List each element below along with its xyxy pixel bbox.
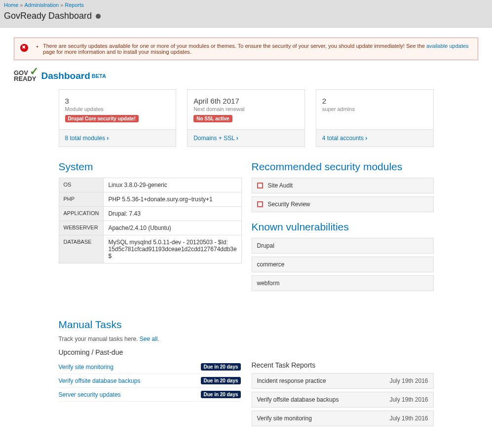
page-title: GovReady Dashboard — [0, 10, 492, 22]
security-alert: There are security updates available for… — [14, 37, 478, 60]
checkbox-icon — [257, 183, 263, 188]
brand-row: ✓ GOVREADY Dashboard BETA — [14, 70, 478, 81]
super-admins-label: super admins — [322, 106, 427, 112]
chevron-right-icon: › — [236, 135, 238, 142]
dashboard-title-link[interactable]: Dashboard — [41, 71, 90, 81]
task-link[interactable]: Server security updates — [59, 391, 121, 398]
system-row: PHPPHP 5.5.36-1+donate.sury.org~trusty+1 — [59, 192, 241, 207]
page-title-dropdown-icon[interactable] — [96, 14, 101, 19]
checkbox-icon — [257, 201, 263, 207]
no-ssl-badge: No SSL active — [193, 115, 232, 122]
drupal-core-badge: Drupal Core security update! — [65, 115, 139, 122]
super-admins-count: 2 — [322, 97, 427, 105]
report-row[interactable]: Incident response practiceJuly 19th 2016 — [252, 373, 434, 389]
task-row: Verify site monitoringDue in 20 days — [59, 360, 241, 374]
total-accounts-link[interactable]: 4 total accounts › — [322, 135, 367, 142]
task-link[interactable]: Verify offsite database backups — [59, 377, 141, 384]
task-link[interactable]: Verify site monitoring — [59, 364, 114, 371]
manual-tasks-sub: Track your manual tasks here. See all. — [59, 336, 241, 342]
breadcrumb-reports[interactable]: Reports — [65, 2, 84, 8]
mod-name: Security Review — [268, 201, 310, 208]
sys-val: MySQL mysqlnd 5.0.11-dev - 20120503 - $I… — [104, 235, 241, 263]
sys-val: Linux 3.8.0-29-generic — [104, 178, 241, 192]
manual-tasks-heading: Manual Tasks — [59, 319, 241, 331]
system-table: OSLinux 3.8.0-29-genericPHPPHP 5.5.36-1+… — [59, 178, 242, 263]
card-modules: 3 Module updates Drupal Core security up… — [59, 89, 177, 147]
beta-badge: BETA — [92, 73, 106, 79]
sys-key: OS — [59, 178, 104, 192]
breadcrumb-home[interactable]: Home — [4, 2, 18, 8]
upcoming-heading: Upcoming / Past-due — [59, 348, 241, 356]
chevron-right-icon: › — [107, 135, 109, 142]
mod-name: Site Audit — [268, 182, 293, 189]
rec-mod-item[interactable]: Site Audit — [252, 178, 434, 193]
sys-key: DATABASE — [59, 235, 104, 263]
rec-mods-heading: Recommended security modules — [252, 161, 434, 173]
vuln-item[interactable]: Drupal — [252, 238, 434, 254]
rec-mod-item[interactable]: Security Review — [252, 196, 434, 212]
task-row: Verify offsite database backupsDue in 20… — [59, 374, 241, 388]
sys-val: Apache/2.4.10 (Ubuntu) — [104, 221, 241, 235]
system-row: OSLinux 3.8.0-29-generic — [59, 178, 241, 192]
due-badge: Due in 20 days — [201, 377, 240, 384]
system-heading: System — [59, 161, 241, 173]
due-badge: Due in 20 days — [201, 363, 240, 371]
report-name: Incident response practice — [257, 377, 326, 384]
card-domain: April 6th 2017 Next domain renewal No SS… — [187, 89, 305, 147]
modules-count: 3 — [65, 97, 170, 105]
sys-val: PHP 5.5.36-1+donate.sury.org~trusty+1 — [104, 192, 241, 207]
report-date: July 19th 2016 — [389, 415, 428, 422]
system-row: APPLICATIONDrupal: 7.43 — [59, 207, 241, 221]
sys-key: APPLICATION — [59, 207, 104, 221]
sys-key: WEBSERVER — [59, 221, 104, 235]
see-all-link[interactable]: See all — [140, 336, 158, 342]
modules-label: Module updates — [65, 106, 170, 112]
report-date: July 19th 2016 — [389, 377, 428, 384]
vuln-item[interactable]: webform — [252, 275, 434, 291]
task-row: Server security updatesDue in 20 days — [59, 388, 241, 402]
card-accounts: 2 super admins 4 total accounts › — [316, 89, 434, 147]
total-modules-link[interactable]: 8 total modules › — [65, 135, 109, 142]
system-row: WEBSERVERApache/2.4.10 (Ubuntu) — [59, 221, 241, 235]
due-badge: Due in 20 days — [201, 391, 240, 398]
report-row[interactable]: Verify site monitoringJuly 19th 2016 — [252, 411, 434, 426]
report-name: Verify offsite database backups — [257, 396, 339, 403]
recent-reports-heading: Recent Task Reports — [252, 361, 434, 369]
sys-val: Drupal: 7.43 — [104, 207, 241, 221]
report-name: Verify site monitoring — [257, 415, 312, 422]
available-updates-link[interactable]: available updates — [426, 43, 469, 49]
report-row[interactable]: Verify offsite database backupsJuly 19th… — [252, 392, 434, 408]
domains-ssl-link[interactable]: Domains + SSL › — [193, 135, 238, 142]
vulns-heading: Known vulnerabilities — [252, 221, 434, 233]
vuln-item[interactable]: commerce — [252, 257, 434, 272]
domain-renewal-date: April 6th 2017 — [193, 97, 299, 105]
chevron-right-icon: › — [365, 135, 367, 142]
domain-label: Next domain renewal — [193, 106, 299, 112]
breadcrumb-admin[interactable]: Administration — [24, 2, 59, 8]
sys-key: PHP — [59, 192, 104, 207]
error-icon — [20, 44, 28, 52]
govready-logo: ✓ GOVREADY — [14, 70, 37, 81]
report-date: July 19th 2016 — [389, 396, 428, 403]
breadcrumb: Home»Administration»Reports — [0, 0, 492, 10]
system-row: DATABASEMySQL mysqlnd 5.0.11-dev - 20120… — [59, 235, 241, 263]
